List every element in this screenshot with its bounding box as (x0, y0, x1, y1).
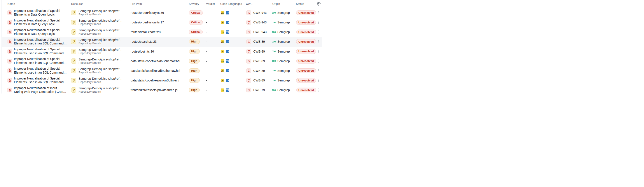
gear-icon[interactable] (316, 2, 321, 6)
file-code-icon (7, 59, 12, 64)
severity-badge: High (189, 39, 200, 44)
resource-name: Semgrep-Demo/juice-shop/ref… (78, 19, 122, 23)
verdict-value: - (205, 30, 219, 34)
kebab-menu-icon[interactable] (318, 59, 320, 64)
git-branch-icon (71, 78, 76, 83)
resource-name: Semgrep-Demo/juice-shop/ref… (78, 48, 122, 52)
javascript-language-icon: JS (221, 50, 224, 53)
file-path: routes/orderHistory.ts:36 (129, 11, 187, 15)
resource-name: Semgrep-Demo/juice-shop/ref… (78, 67, 122, 71)
verdict-value: - (205, 69, 219, 73)
file-code-icon (7, 88, 12, 92)
status-badge: Unresolved (296, 39, 316, 44)
finding-row[interactable]: Improper Neutralization of Special Eleme… (2, 56, 322, 66)
kebab-menu-icon[interactable] (318, 30, 320, 34)
status-badge: Unresolved (296, 10, 316, 15)
kebab-menu-icon[interactable] (318, 49, 320, 54)
kebab-menu-icon[interactable] (318, 88, 320, 92)
finding-row[interactable]: Improper Neutralization of Input During … (2, 85, 322, 94)
kebab-menu-icon[interactable] (318, 68, 320, 73)
origin-name: Semgrep (278, 79, 290, 82)
resource-name: Semgrep-Demo/juice-shop/ref… (78, 29, 122, 32)
typescript-language-icon: TS (226, 59, 229, 63)
kebab-menu-icon[interactable] (318, 20, 320, 25)
finding-row[interactable]: Improper Neutralization of Special Eleme… (2, 27, 322, 37)
origin-name: Semgrep (278, 88, 290, 92)
file-code-icon (7, 20, 12, 25)
verdict-value: - (205, 88, 219, 92)
file-code-icon (7, 10, 12, 15)
file-path: routes/search.ts:23 (129, 40, 187, 43)
status-badge: Unresolved (296, 88, 316, 92)
typescript-language-icon: TS (226, 69, 229, 72)
kebab-menu-icon[interactable] (318, 39, 320, 44)
semgrep-logo-icon (272, 70, 276, 72)
status-badge: Unresolved (296, 49, 316, 54)
javascript-language-icon: JS (221, 11, 224, 15)
semgrep-logo-icon (272, 60, 276, 62)
javascript-language-icon: JS (221, 31, 224, 34)
severity-badge: High (189, 49, 200, 54)
broken-heart-icon (246, 30, 251, 34)
severity-badge: Critical (189, 20, 203, 25)
resource-type: Repository Branch (78, 23, 122, 26)
file-code-icon (7, 39, 12, 44)
javascript-language-icon: JS (221, 79, 224, 82)
file-path: data/static/codefixes/dbSchemaChal (129, 59, 187, 63)
typescript-language-icon: TS (226, 40, 229, 43)
javascript-language-icon: JS (221, 69, 224, 72)
severity-badge: Critical (189, 30, 203, 34)
resource-name: Semgrep-Demo/juice-shop/ref… (78, 77, 122, 81)
git-branch-icon (71, 10, 76, 15)
cwe-id: CWE-89 (253, 59, 265, 63)
javascript-language-icon: JS (221, 88, 224, 92)
verdict-value: - (205, 11, 219, 15)
finding-name: Improper Neutralization of Special Eleme… (14, 19, 60, 26)
broken-heart-icon (246, 49, 251, 54)
cwe-id: CWE-89 (253, 40, 265, 43)
findings-table: Name Resource File Path Severity Verdict… (2, 0, 322, 94)
column-header-file-path[interactable]: File Path (129, 2, 187, 6)
column-header-resource[interactable]: Resource (69, 2, 129, 6)
origin-name: Semgrep (278, 21, 290, 24)
status-badge: Unresolved (296, 78, 316, 83)
finding-name: Improper Neutralization of Special Eleme… (14, 48, 67, 55)
git-branch-icon (71, 39, 76, 44)
column-header-code-languages[interactable]: Code Languages (219, 2, 244, 6)
broken-heart-icon (246, 78, 251, 83)
file-path: routes/orderHistory.ts:17 (129, 21, 187, 24)
column-header-cwe[interactable]: CWE (244, 2, 271, 6)
kebab-menu-icon[interactable] (318, 10, 320, 15)
verdict-value: - (205, 21, 219, 24)
finding-row[interactable]: Improper Neutralization of Special Eleme… (2, 66, 322, 76)
resource-name: Semgrep-Demo/juice-shop/ref… (78, 87, 122, 90)
finding-row[interactable]: Improper Neutralization of Special Eleme… (2, 47, 322, 56)
file-path: routes/login.ts:36 (129, 50, 187, 53)
finding-name: Improper Neutralization of Input During … (14, 86, 66, 94)
semgrep-logo-icon (272, 89, 276, 91)
git-branch-icon (71, 59, 76, 64)
finding-row[interactable]: Improper Neutralization of Special Eleme… (2, 76, 322, 85)
resource-name: Semgrep-Demo/juice-shop/ref… (78, 58, 122, 61)
finding-name: Improper Neutralization of Special Eleme… (14, 28, 60, 36)
column-header-origin[interactable]: Origin (271, 2, 295, 6)
file-path: data/static/codefixes/dbSchemaChal (129, 69, 187, 73)
column-header-status[interactable]: Status (295, 2, 316, 6)
finding-row[interactable]: Improper Neutralization of Special Eleme… (2, 8, 322, 18)
column-header-verdict[interactable]: Verdict (205, 2, 219, 6)
finding-row[interactable]: Improper Neutralization of Special Eleme… (2, 37, 322, 46)
column-header-severity[interactable]: Severity (187, 2, 205, 6)
file-path: routes/dataExport.ts:80 (129, 30, 187, 34)
typescript-language-icon: TS (226, 31, 229, 34)
file-code-icon (7, 78, 12, 83)
severity-badge: High (189, 59, 200, 64)
verdict-value: - (205, 40, 219, 43)
column-header-name[interactable]: Name (2, 2, 69, 6)
finding-row[interactable]: Improper Neutralization of Special Eleme… (2, 18, 322, 27)
broken-heart-icon (246, 68, 251, 73)
kebab-menu-icon[interactable] (318, 78, 320, 83)
cwe-id: CWE-79 (253, 88, 265, 92)
typescript-language-icon: TS (226, 88, 229, 92)
verdict-value: - (205, 79, 219, 82)
resource-type: Repository Branch (78, 71, 122, 74)
